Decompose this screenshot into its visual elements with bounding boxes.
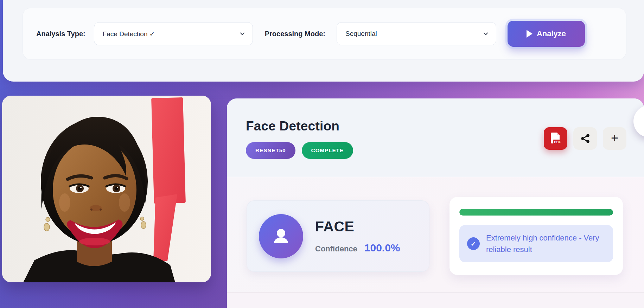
plus-icon: + [611,132,618,145]
assessment-message-box: ✓ Extremely high confidence - Very relia… [459,225,613,262]
result-footer [227,293,644,308]
analysis-type-label: Analysis Type: [36,30,85,38]
share-icon [580,133,591,144]
result-panel: Face Detection RESNET50 COMPLETE PDF [227,98,644,308]
assessment-card: ✓ Extremely high confidence - Very relia… [449,197,623,275]
analyzed-photo [2,96,211,282]
controls-bar: Analysis Type: Face Detection ✓ Processi… [23,8,626,60]
check-circle-icon: ✓ [467,237,480,250]
confidence-label: Confidence [315,244,357,254]
detection-details: FACE Confidence 100.0% [315,218,400,254]
analyze-button-label: Analyze [537,29,566,38]
share-button[interactable] [573,127,597,150]
chevron-down-icon [239,31,246,37]
chevron-down-icon [483,31,489,37]
check-glyph: ✓ [471,240,476,248]
processing-mode-label: Processing Mode: [265,30,325,38]
status-badge: COMPLETE [302,142,353,159]
person-icon [270,225,292,247]
confidence-row: Confidence 100.0% [315,242,400,254]
action-buttons: PDF + [544,127,626,150]
pdf-file-icon: PDF [549,132,562,145]
result-body: FACE Confidence 100.0% ✓ Extremely high … [227,177,644,293]
assessment-message: Extremely high confidence - Very reliabl… [486,232,605,255]
svg-text:PDF: PDF [554,140,561,144]
analysis-type-value: Face Detection ✓ [103,30,155,38]
add-button[interactable]: + [603,127,626,150]
app-background: Analysis Type: Face Detection ✓ Processi… [0,0,644,308]
processing-mode-value: Sequential [345,30,377,38]
confidence-progress-bar [459,209,613,216]
confidence-value: 100.0% [364,242,400,254]
detection-card: FACE Confidence 100.0% [247,200,429,272]
detected-class-label: FACE [315,218,400,235]
play-icon [527,30,533,38]
model-badge: RESNET50 [246,142,295,159]
confidence-progress-track [459,209,613,216]
face-avatar-badge [259,214,303,258]
control-sheet: Analysis Type: Face Detection ✓ Processi… [3,0,644,82]
result-header: Face Detection RESNET50 COMPLETE PDF [227,98,644,177]
portrait-photo [2,96,211,282]
export-pdf-button[interactable]: PDF [544,127,567,150]
analyze-button[interactable]: Analyze [508,21,585,47]
processing-mode-select[interactable]: Sequential [337,22,496,45]
analysis-type-select[interactable]: Face Detection ✓ [94,22,253,45]
